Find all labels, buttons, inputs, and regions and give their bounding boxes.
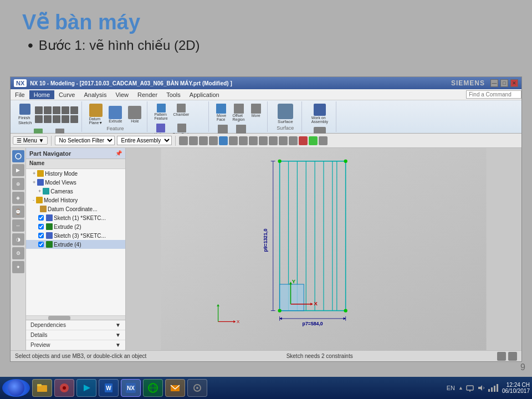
status-icon-1[interactable]: [497, 352, 506, 361]
nav-bottom-details[interactable]: Details ▼: [26, 330, 125, 340]
extrude2-checkbox[interactable]: [38, 224, 44, 229]
menu-home[interactable]: Home: [29, 90, 54, 99]
hole-button[interactable]: Hole: [126, 105, 144, 124]
start-button[interactable]: [2, 379, 30, 397]
side-icon-9[interactable]: ✦: [12, 261, 24, 273]
view-icon-10[interactable]: [269, 136, 278, 145]
nav-item-extrude4[interactable]: Extrude (4): [26, 240, 125, 249]
assembly-filter-dropdown[interactable]: Entire Assembly: [117, 136, 172, 145]
svg-line-54: [483, 387, 484, 388]
view-icon-9[interactable]: [259, 136, 268, 145]
work-on-assembly-button[interactable]: Work onAssembly: [309, 103, 330, 125]
close-button[interactable]: ✕: [510, 79, 518, 87]
view-icon-2[interactable]: [189, 136, 198, 145]
sketch-tool-5[interactable]: [70, 106, 78, 114]
left-icon-1[interactable]: [12, 150, 24, 162]
view-icon-3[interactable]: [199, 136, 208, 145]
view-icon-11[interactable]: [279, 136, 288, 145]
minimize-button[interactable]: —: [490, 79, 498, 87]
taskbar-mail[interactable]: [165, 379, 185, 397]
view-icon-4[interactable]: [209, 136, 218, 145]
nav-scrollbar-thumb[interactable]: [48, 316, 70, 320]
view-icon-7[interactable]: [239, 136, 248, 145]
datum-plane-label: DatumPlane▼: [89, 117, 103, 125]
nav-item-extrude2[interactable]: Extrude (2): [26, 222, 125, 231]
datum-plane-button[interactable]: DatumPlane▼: [86, 103, 105, 126]
sketch-tool-1[interactable]: [35, 106, 43, 114]
view-icon-6[interactable]: [229, 136, 238, 145]
nav-expand-history: +: [33, 171, 35, 176]
sketch-tool-7[interactable]: [44, 115, 52, 123]
word-icon: W: [103, 382, 115, 394]
view-icon-8[interactable]: [249, 136, 258, 145]
nav-scrollbar[interactable]: [26, 315, 125, 320]
taskbar-word[interactable]: W: [99, 379, 119, 397]
nav-bottom-dependencies[interactable]: Dependencies ▼: [26, 320, 125, 330]
menu-file[interactable]: File: [11, 90, 29, 99]
svg-text:X: X: [314, 300, 318, 306]
sketch-tool-6[interactable]: [35, 115, 43, 123]
nav-pin-button[interactable]: 📌: [115, 150, 122, 156]
more-sync-button[interactable]: More: [248, 103, 264, 122]
selection-filter-dropdown[interactable]: No Selection Filter: [55, 136, 115, 145]
nav-item-model-views[interactable]: + Model Views: [26, 178, 125, 187]
finish-sketch-button[interactable]: FinishSketch: [16, 103, 34, 126]
menu-curve[interactable]: Curve: [54, 90, 79, 99]
menu-dropdown-button[interactable]: ☰ Menu ▼: [13, 136, 48, 145]
sketch-tool-9[interactable]: [62, 115, 69, 123]
slide-title: Vẽ bàn máy: [22, 10, 510, 34]
status-icon-2[interactable]: [508, 352, 517, 361]
surface-button[interactable]: Surface: [275, 103, 295, 125]
menu-render[interactable]: Render: [133, 90, 162, 99]
view-icon-14[interactable]: [309, 136, 318, 145]
maximize-button[interactable]: □: [500, 79, 508, 87]
taskbar-settings[interactable]: [187, 379, 207, 397]
side-icon-4[interactable]: ◈: [12, 192, 24, 204]
side-icon-2[interactable]: ▶: [12, 164, 24, 176]
extrude4-checkbox[interactable]: [38, 242, 44, 247]
side-icon-8[interactable]: ⚙: [12, 247, 24, 259]
chamber-button[interactable]: Chamber: [171, 103, 192, 121]
sketch-tool-2[interactable]: [44, 106, 52, 114]
nav-item-cameras[interactable]: + Cameras: [26, 187, 125, 196]
find-command-input[interactable]: [466, 90, 521, 99]
viewport[interactable]: X Y X: [126, 148, 521, 350]
side-icon-7[interactable]: ◑: [12, 233, 24, 245]
sketch3-checkbox[interactable]: [38, 233, 44, 238]
nav-item-history-mode[interactable]: + History Mode: [26, 169, 125, 178]
taskbar-media[interactable]: [76, 379, 96, 397]
sketch1-checkbox[interactable]: [38, 215, 44, 221]
side-icon-5[interactable]: ⌚: [12, 206, 24, 218]
nav-bottom-preview[interactable]: Preview ▼: [26, 340, 125, 350]
sketch-tool-3[interactable]: [53, 106, 60, 114]
menu-application[interactable]: Application: [185, 90, 224, 99]
view-icon-12[interactable]: [289, 136, 298, 145]
menu-analysis[interactable]: Analysis: [79, 90, 111, 99]
taskbar-music[interactable]: [54, 379, 74, 397]
side-icon-6[interactable]: ↔: [12, 219, 24, 232]
sketch-tool-8[interactable]: [53, 115, 60, 123]
pattern-feature-button[interactable]: PatternFeature: [152, 103, 170, 121]
taskbar-nx[interactable]: NX: [121, 379, 141, 397]
offset-region-button[interactable]: OffsetRegion: [230, 103, 247, 122]
menu-tools[interactable]: Tools: [162, 90, 185, 99]
menu-view[interactable]: View: [111, 90, 133, 99]
extrude-button[interactable]: Extrude: [106, 105, 124, 124]
view-icon-15[interactable]: [319, 136, 328, 145]
view-icon-1[interactable]: [179, 136, 188, 145]
nav-item-sketch3[interactable]: Sketch (3) *SKETC...: [26, 231, 125, 240]
chamber-label: Chamber: [173, 112, 190, 116]
sketch-tool-4[interactable]: [62, 106, 69, 114]
left-icons: ▶ ⊕ ◈ ⌚ ↔ ◑ ⚙ ✦: [11, 148, 26, 350]
taskbar-browser[interactable]: [143, 379, 163, 397]
sketch-tool-10[interactable]: [70, 115, 78, 123]
nav-item-model-history[interactable]: - Model History: [26, 196, 125, 204]
view-icon-13[interactable]: [299, 136, 308, 145]
nav-item-datum[interactable]: Datum Coordinate...: [26, 204, 125, 213]
slide-number: 9: [520, 362, 525, 372]
view-icon-5[interactable]: [219, 136, 228, 145]
side-icon-3[interactable]: ⊕: [12, 178, 24, 190]
nav-item-sketch1[interactable]: Sketch (1) *SKETC...: [26, 213, 125, 222]
move-face-button[interactable]: MoveFace: [213, 103, 229, 122]
taskbar-explorer[interactable]: [32, 379, 52, 397]
